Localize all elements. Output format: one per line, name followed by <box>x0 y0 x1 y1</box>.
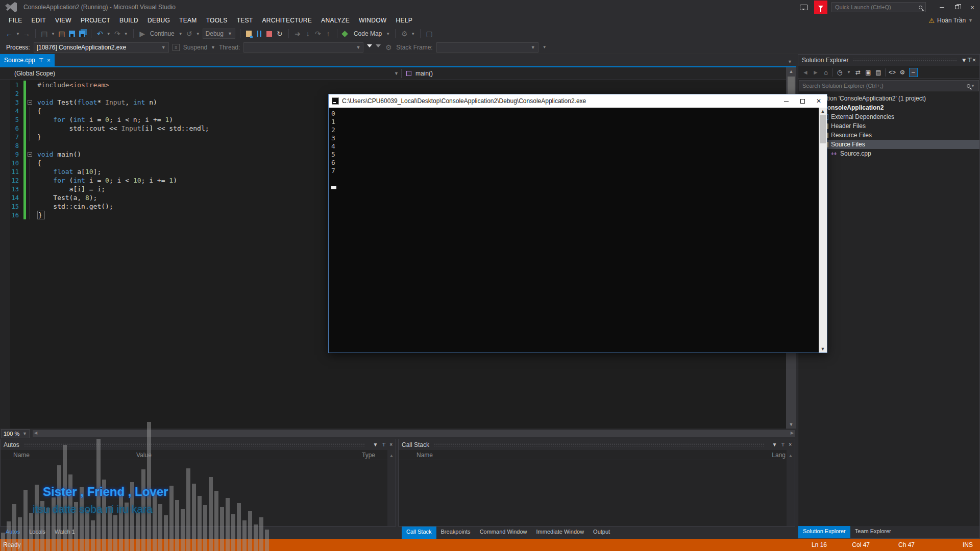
solution-explorer-header[interactable]: Solution Explorer ▼ ⊤ × <box>798 55 979 66</box>
scrollbar-thumb[interactable] <box>820 115 826 143</box>
console-minimize-button[interactable] <box>778 94 794 108</box>
fold-toggle-icon[interactable]: − <box>28 100 32 105</box>
menu-edit[interactable]: EDIT <box>27 15 51 26</box>
menu-project[interactable]: PROJECT <box>76 15 115 26</box>
panel-menu-chevron-icon[interactable]: ▼ <box>772 442 777 447</box>
minimize-button[interactable] <box>934 0 949 14</box>
forward-icon[interactable]: ► <box>812 69 819 76</box>
restart-application-icon[interactable]: ↻ <box>276 29 284 38</box>
stop-debugging-icon[interactable] <box>265 29 274 38</box>
back-icon[interactable]: ◄ <box>802 69 809 76</box>
menu-analyze[interactable]: ANALYZE <box>316 15 354 26</box>
code-map-label[interactable]: Code Map <box>354 30 382 37</box>
tab-call-stack[interactable]: Call Stack <box>402 527 436 539</box>
scroll-up-icon[interactable]: ▲ <box>389 453 394 458</box>
view-code-icon[interactable]: <> <box>889 69 896 76</box>
scroll-down-icon[interactable]: ▼ <box>786 422 796 427</box>
suspend-label[interactable]: Suspend <box>183 44 207 51</box>
thread-select[interactable]: ▼ <box>243 42 363 53</box>
close-tab-icon[interactable]: × <box>47 57 50 63</box>
signed-in-user[interactable]: Hoàn Trần <box>937 17 966 24</box>
menu-architecture[interactable]: ARCHITECTURE <box>258 15 317 26</box>
flag-threads-edit-icon[interactable] <box>376 43 381 52</box>
pin-icon[interactable]: ⊤ <box>381 442 386 447</box>
menu-debug[interactable]: DEBUG <box>143 15 175 26</box>
autos-scrollbar[interactable]: ▲ <box>387 450 396 526</box>
menu-tools[interactable]: TOOLS <box>202 15 232 26</box>
restart-chevron-icon[interactable]: ▼ <box>196 32 200 36</box>
menu-view[interactable]: VIEW <box>51 15 76 26</box>
step-out-icon[interactable]: ↑ <box>324 29 332 38</box>
column-type[interactable]: Type <box>362 452 375 459</box>
console-maximize-button[interactable] <box>794 94 811 108</box>
console-window[interactable]: C:\Users\CPU60039_Local\Desktop\ConsoleA… <box>328 94 827 353</box>
show-all-files-icon[interactable]: ▤ <box>875 69 882 76</box>
scope-chevron-icon[interactable]: ▼ <box>394 71 399 76</box>
lifecycle-events-icon[interactable]: ≡ <box>173 44 180 51</box>
close-icon[interactable]: × <box>972 57 976 64</box>
debug-configuration-select[interactable]: Debug▼ <box>203 29 235 39</box>
notifications-flag-button[interactable] <box>814 1 827 14</box>
panel-menu-chevron-icon[interactable]: ▼ <box>961 57 967 64</box>
open-file-icon[interactable]: ▤ <box>58 29 66 38</box>
show-next-statement-icon[interactable]: ➜ <box>293 29 302 38</box>
pin-icon[interactable]: ⊤ <box>780 442 785 447</box>
undo-icon[interactable]: ↶ <box>96 29 104 38</box>
breakpoints-window-icon[interactable] <box>245 29 253 38</box>
filter-chevron-icon[interactable]: ▼ <box>847 70 851 74</box>
home-icon[interactable]: ⌂ <box>822 69 829 76</box>
stack-frame-select[interactable]: ▼ <box>436 42 538 53</box>
restart-debug-icon[interactable]: ↺ <box>185 29 193 38</box>
continue-chevron-icon[interactable]: ▼ <box>179 32 183 36</box>
toggle-flagged-icon[interactable]: ⚙ <box>384 43 393 52</box>
sync-with-active-document-icon[interactable]: ⇄ <box>854 69 862 76</box>
pause-icon[interactable] <box>255 29 263 38</box>
search-chevron-icon[interactable]: ▼ <box>971 84 975 88</box>
user-menu-chevron-icon[interactable]: ▼ <box>968 18 973 23</box>
properties-icon[interactable]: ⚙ <box>899 69 906 76</box>
architecture-tools-icon[interactable]: ⚙ <box>400 29 408 38</box>
menu-build[interactable]: BUILD <box>115 15 143 26</box>
menu-help[interactable]: HELP <box>391 15 417 26</box>
member-dropdown[interactable]: main() <box>415 70 433 77</box>
architecture-chevron-icon[interactable]: ▼ <box>411 32 415 36</box>
panel-menu-chevron-icon[interactable]: ▼ <box>373 442 378 447</box>
pending-changes-filter-icon[interactable]: ◷ <box>836 69 843 76</box>
close-icon[interactable]: × <box>789 442 792 447</box>
column-language[interactable]: Lang <box>772 452 786 459</box>
close-button[interactable]: × <box>965 0 980 14</box>
scope-dropdown[interactable]: (Global Scope) <box>14 70 55 77</box>
menu-test[interactable]: TEST <box>232 15 258 26</box>
new-file-icon[interactable]: ▤ <box>40 29 48 38</box>
scroll-right-icon[interactable]: ▶ <box>791 431 794 435</box>
tab-breakpoints[interactable]: Breakpoints <box>436 527 475 539</box>
undo-chevron-icon[interactable]: ▼ <box>107 32 111 36</box>
tab-command-window[interactable]: Command Window <box>475 527 532 539</box>
redo-chevron-icon[interactable]: ▼ <box>124 32 128 36</box>
scroll-up-icon[interactable]: ▲ <box>819 109 827 114</box>
call-stack-scrollbar[interactable]: ▲ <box>787 450 795 526</box>
pin-tab-icon[interactable]: ⊤ <box>39 57 44 64</box>
tab-source-cpp[interactable]: Source.cpp ⊤ × <box>0 54 55 66</box>
new-file-chevron-icon[interactable]: ▼ <box>51 32 55 36</box>
navigate-back-icon[interactable]: ← <box>5 29 13 38</box>
console-title-bar[interactable]: C:\Users\CPU60039_Local\Desktop\ConsoleA… <box>329 94 827 108</box>
fold-toggle-icon[interactable]: − <box>28 152 32 157</box>
console-close-button[interactable]: ✕ <box>811 94 827 108</box>
close-icon[interactable]: × <box>389 442 393 447</box>
solution-explorer-search-input[interactable]: Search Solution Explorer (Ctrl+;) ▼ <box>799 80 979 91</box>
save-icon[interactable] <box>68 29 76 38</box>
menu-team[interactable]: TEAM <box>175 15 202 26</box>
preview-selected-items-icon[interactable]: ‒ <box>909 68 918 77</box>
scroll-up-icon[interactable]: ▲ <box>786 69 796 74</box>
tab-output[interactable]: Output <box>589 527 615 539</box>
pin-icon[interactable]: ⊤ <box>967 57 972 64</box>
flag-threads-icon[interactable] <box>367 43 372 52</box>
step-into-icon[interactable]: ↓ <box>304 29 312 38</box>
continue-label[interactable]: Continue <box>150 30 175 37</box>
tab-immediate-window[interactable]: Immediate Window <box>532 527 589 539</box>
save-all-icon[interactable] <box>78 29 86 38</box>
menu-window[interactable]: WINDOW <box>354 15 391 26</box>
step-over-icon[interactable]: ↷ <box>314 29 322 38</box>
suspend-chevron-icon[interactable]: ▼ <box>211 45 215 50</box>
